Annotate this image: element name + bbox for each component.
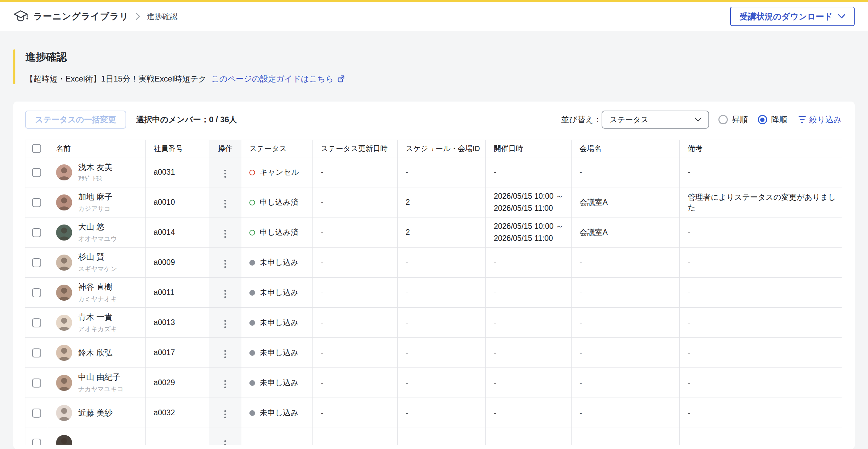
table-row: [25, 428, 842, 445]
kebab-menu-icon[interactable]: [222, 287, 229, 301]
event-date-cell: 2026/05/15 10:00 ～ 2026/05/15 11:00: [486, 187, 571, 217]
employee-id-cell: a0011: [146, 278, 209, 308]
venue-cell: -: [571, 338, 680, 368]
row-checkbox[interactable]: [32, 198, 41, 207]
note-cell: -: [680, 338, 842, 368]
download-button-label: 受講状況のダウンロード: [740, 11, 833, 22]
employee-id-cell: a0014: [146, 217, 209, 247]
table-row: 加地 麻子 カジアサコ a0010 申し込み済 - 2 2026/05/15 1…: [25, 187, 842, 217]
row-checkbox[interactable]: [32, 318, 41, 327]
event-date-cell: [486, 428, 571, 445]
schedule-id-cell: -: [398, 247, 486, 278]
sort-field-value: ステータス: [610, 115, 649, 125]
person-silhouette-icon: [56, 285, 72, 301]
download-attendance-button[interactable]: 受講状況のダウンロード: [730, 7, 855, 26]
selected-members-count: 選択中のメンバー：0 / 36人: [136, 114, 237, 125]
member-name: 鈴木 欣弘: [78, 348, 113, 358]
filter-icon: [799, 116, 806, 123]
kebab-menu-icon[interactable]: [222, 348, 229, 361]
avatar: [56, 435, 72, 445]
employee-id-cell: a0032: [146, 398, 209, 428]
status-marker: [249, 350, 255, 356]
sort-descending-radio[interactable]: 降順: [758, 114, 787, 125]
kebab-menu-icon[interactable]: [222, 197, 229, 210]
member-name: 青木 一貴: [78, 312, 117, 322]
row-checkbox[interactable]: [32, 228, 41, 237]
member-table: 名前 社員番号 操作 ステータス ステータス更新日時 スケジュール・会場ID 開…: [25, 140, 842, 445]
venue-cell: -: [571, 398, 680, 428]
kebab-menu-icon[interactable]: [222, 438, 229, 445]
event-date-start: -: [494, 287, 567, 299]
row-checkbox[interactable]: [32, 379, 41, 388]
event-date-start: -: [494, 317, 567, 329]
member-table-container: 名前 社員番号 操作 ステータス ステータス更新日時 スケジュール・会場ID 開…: [25, 140, 842, 445]
member-furigana: スギヤマケン: [78, 265, 117, 273]
sort-ascending-radio[interactable]: 昇順: [718, 114, 748, 125]
row-checkbox[interactable]: [32, 349, 41, 357]
avatar: [56, 194, 72, 210]
table-row: 近藤 美紗 a0032 未申し込み - - - - -: [25, 398, 842, 428]
row-checkbox[interactable]: [32, 409, 41, 418]
event-date-cell: -: [486, 338, 571, 368]
status-updated-cell: -: [313, 157, 398, 187]
kebab-menu-icon[interactable]: [222, 227, 229, 241]
row-checkbox[interactable]: [32, 168, 41, 177]
venue-cell: -: [571, 278, 680, 308]
table-header-row: 名前 社員番号 操作 ステータス ステータス更新日時 スケジュール・会場ID 開…: [25, 140, 842, 157]
table-row: 鈴木 欣弘 a0017 未申し込み - - - - -: [25, 338, 842, 368]
descending-label: 降順: [771, 114, 787, 125]
kebab-menu-icon[interactable]: [222, 378, 229, 391]
schedule-id-cell: -: [398, 278, 486, 308]
note-cell: 管理者によりステータスの変更がありました: [680, 187, 842, 217]
note-cell: -: [680, 308, 842, 338]
bulk-status-change-button[interactable]: ステータスの一括変更: [25, 111, 126, 129]
status-label: 未申し込み: [260, 288, 299, 297]
event-date-end: 2026/05/15 11:00: [494, 203, 567, 214]
venue-cell: 会議室A: [571, 217, 680, 247]
avatar: [56, 345, 72, 361]
title-block: 進捗確認 【超時短・Excel術】1日15分！実戦Excel時短テク このページ…: [13, 50, 855, 84]
kebab-menu-icon[interactable]: [222, 257, 229, 271]
kebab-menu-icon[interactable]: [222, 167, 229, 180]
venue-cell: -: [571, 247, 680, 278]
column-header-name: 名前: [48, 140, 146, 157]
filter-link[interactable]: 絞り込み: [799, 114, 842, 125]
member-name: 近藤 美紗: [78, 408, 113, 418]
ascending-label: 昇順: [732, 114, 748, 125]
brand-name[interactable]: ラーニングライブラリ: [33, 10, 129, 22]
status-marker: [249, 230, 255, 236]
external-link-icon: [337, 75, 345, 83]
setup-guide-link-label: このページの設定ガイドはこちら: [211, 73, 334, 84]
table-row: 大山 悠 オオヤマユウ a0014 申し込み済 - 2 2026/05/15 1…: [25, 217, 842, 247]
kebab-menu-icon[interactable]: [222, 318, 229, 331]
status-updated-cell: -: [313, 217, 398, 247]
person-silhouette-icon: [56, 345, 72, 361]
schedule-id-cell: -: [398, 157, 486, 187]
member-furigana: アオキカズキ: [78, 325, 117, 333]
status-marker: [249, 380, 255, 386]
status-updated-cell: -: [313, 338, 398, 368]
event-date-cell: 2026/05/15 10:00 ～ 2026/05/15 11:00: [486, 217, 571, 247]
member-table-body: 浅木 友美 ｱｻｷﾞ ﾄﾓﾐ a0031 キャンセル - - - - -: [25, 157, 842, 445]
venue-cell: -: [571, 157, 680, 187]
employee-id-cell: a0029: [146, 368, 209, 398]
row-checkbox[interactable]: [32, 258, 41, 267]
page-title: 進捗確認: [25, 50, 345, 64]
event-date-start: -: [494, 377, 567, 389]
sort-controls: 並び替え： ステータス 昇順 降順 絞: [561, 111, 842, 129]
person-silhouette-icon: [56, 194, 72, 210]
sort-field-select[interactable]: ステータス: [601, 111, 709, 129]
row-checkbox[interactable]: [32, 439, 41, 445]
person-silhouette-icon: [56, 315, 72, 331]
column-header-status: ステータス: [241, 140, 313, 157]
event-date-start: -: [494, 407, 567, 419]
select-all-checkbox[interactable]: [32, 144, 41, 153]
kebab-menu-icon[interactable]: [222, 408, 229, 421]
column-header-status-updated: ステータス更新日時: [313, 140, 398, 157]
row-checkbox[interactable]: [32, 288, 41, 297]
status-marker: [249, 320, 255, 326]
status-label: キャンセル: [260, 168, 299, 176]
setup-guide-link[interactable]: このページの設定ガイドはこちら: [211, 73, 345, 84]
event-date-start: 2026/05/15 10:00 ～: [494, 190, 567, 203]
table-toolbar: ステータスの一括変更 選択中のメンバー：0 / 36人 並び替え： ステータス …: [25, 110, 842, 129]
